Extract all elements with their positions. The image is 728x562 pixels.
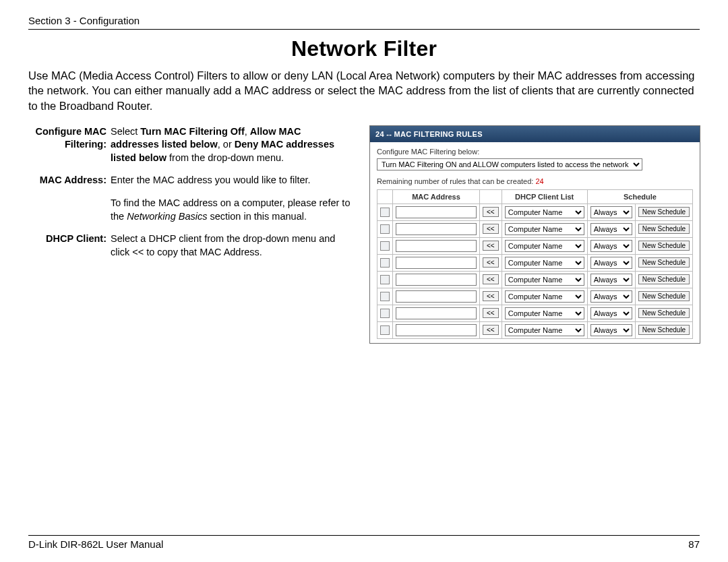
table-row: <<Computer NameAlwaysNew Schedule <box>377 321 693 338</box>
remaining-count: 24 <box>535 177 543 185</box>
copy-mac-button[interactable]: << <box>483 241 499 251</box>
row-checkbox[interactable] <box>380 292 390 301</box>
schedule-select[interactable]: Always <box>590 206 632 218</box>
table-row: <<Computer NameAlwaysNew Schedule <box>377 204 693 220</box>
mac-address-input[interactable] <box>396 257 477 269</box>
schedule-select[interactable]: Always <box>590 290 632 303</box>
mac-address-input[interactable] <box>396 274 477 286</box>
col-mac: MAC Address <box>393 189 480 204</box>
table-row: <<Computer NameAlwaysNew Schedule <box>377 237 693 254</box>
schedule-select[interactable]: Always <box>590 307 632 319</box>
mac-address-input[interactable] <box>396 223 477 235</box>
new-schedule-button[interactable]: New Schedule <box>638 325 690 335</box>
copy-mac-button[interactable]: << <box>483 308 499 318</box>
dhcp-client-select[interactable]: Computer Name <box>505 240 584 252</box>
row-checkbox[interactable] <box>380 275 390 284</box>
schedule-select[interactable]: Always <box>590 223 632 235</box>
dhcp-client-select[interactable]: Computer Name <box>505 290 584 303</box>
schedule-select[interactable]: Always <box>590 240 632 252</box>
mac-address-input[interactable] <box>396 324 477 336</box>
mac-address-input[interactable] <box>396 290 477 303</box>
dhcp-client-select[interactable]: Computer Name <box>505 206 584 218</box>
mac-address-input[interactable] <box>396 307 477 319</box>
new-schedule-button[interactable]: New Schedule <box>638 207 690 217</box>
rules-table: MAC Address DHCP Client List Schedule <<… <box>377 189 693 339</box>
def-term-configure: Configure MAC Filtering: <box>28 125 111 165</box>
def-term-mac: MAC Address: <box>28 174 111 223</box>
dhcp-client-select[interactable]: Computer Name <box>505 257 584 269</box>
copy-mac-button[interactable]: << <box>483 224 499 234</box>
schedule-select[interactable]: Always <box>590 257 632 269</box>
mac-filtering-panel: 24 -- MAC FILTERING RULES Configure MAC … <box>369 125 700 344</box>
page-footer: D-Link DIR-862L User Manual 87 <box>28 535 700 550</box>
new-schedule-button[interactable]: New Schedule <box>638 291 690 301</box>
panel-header: 24 -- MAC FILTERING RULES <box>370 126 700 142</box>
intro-paragraph: Use MAC (Media Access Control) Filters t… <box>28 68 700 113</box>
copy-mac-button[interactable]: << <box>483 325 499 335</box>
def-body-dhcp: Select a DHCP client from the drop-down … <box>111 232 352 259</box>
dhcp-client-select[interactable]: Computer Name <box>505 223 584 235</box>
schedule-select[interactable]: Always <box>590 324 632 336</box>
table-row: <<Computer NameAlwaysNew Schedule <box>377 288 693 305</box>
new-schedule-button[interactable]: New Schedule <box>638 274 690 284</box>
table-row: <<Computer NameAlwaysNew Schedule <box>377 305 693 321</box>
copy-mac-button[interactable]: << <box>483 274 499 284</box>
new-schedule-button[interactable]: New Schedule <box>638 257 690 268</box>
footer-page-number: 87 <box>688 538 700 550</box>
col-dhcp: DHCP Client List <box>502 189 587 204</box>
new-schedule-button[interactable]: New Schedule <box>638 308 690 318</box>
table-row: <<Computer NameAlwaysNew Schedule <box>377 254 693 271</box>
col-schedule: Schedule <box>587 189 692 204</box>
mac-address-input[interactable] <box>396 240 477 252</box>
mac-address-input[interactable] <box>396 206 477 218</box>
footer-manual-name: D-Link DIR-862L User Manual <box>28 538 163 550</box>
new-schedule-button[interactable]: New Schedule <box>638 241 690 251</box>
def-term-dhcp: DHCP Client: <box>28 232 111 259</box>
dhcp-client-select[interactable]: Computer Name <box>505 274 584 286</box>
def-body-configure: Select Turn MAC Filtering Off, Allow MAC… <box>111 125 352 165</box>
copy-mac-button[interactable]: << <box>483 291 499 301</box>
remaining-rules-text: Remaining number of rules that can be cr… <box>377 177 693 185</box>
row-checkbox[interactable] <box>380 325 390 335</box>
new-schedule-button[interactable]: New Schedule <box>638 224 690 234</box>
schedule-select[interactable]: Always <box>590 274 632 286</box>
row-checkbox[interactable] <box>380 208 390 217</box>
section-header: Section 3 - Configuration <box>28 15 700 30</box>
row-checkbox[interactable] <box>380 241 390 251</box>
table-row: <<Computer NameAlwaysNew Schedule <box>377 220 693 237</box>
copy-mac-button[interactable]: << <box>483 207 499 217</box>
configure-mac-select[interactable]: Turn MAC Filtering ON and ALLOW computer… <box>377 158 642 170</box>
def-body-mac: Enter the MAC address you would like to … <box>111 174 352 223</box>
definition-list: Configure MAC Filtering: Select Turn MAC… <box>28 125 352 269</box>
table-row: <<Computer NameAlwaysNew Schedule <box>377 271 693 288</box>
configure-label: Configure MAC Filtering below: <box>377 148 693 156</box>
dhcp-client-select[interactable]: Computer Name <box>505 307 584 319</box>
copy-mac-button[interactable]: << <box>483 257 499 268</box>
row-checkbox[interactable] <box>380 224 390 234</box>
dhcp-client-select[interactable]: Computer Name <box>505 324 584 336</box>
page-title: Network Filter <box>28 36 700 61</box>
row-checkbox[interactable] <box>380 258 390 268</box>
row-checkbox[interactable] <box>380 309 390 318</box>
